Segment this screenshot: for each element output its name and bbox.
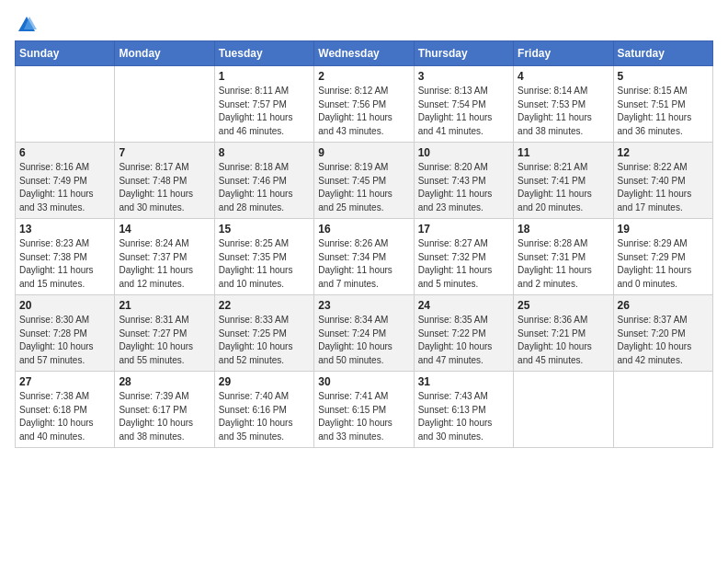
calendar-cell xyxy=(16,66,115,143)
cell-content: Sunrise: 8:11 AM Sunset: 7:57 PM Dayligh… xyxy=(219,85,310,138)
cell-content: Sunrise: 8:16 AM Sunset: 7:49 PM Dayligh… xyxy=(19,161,110,214)
day-number: 5 xyxy=(618,70,709,83)
calendar-cell: 31Sunrise: 7:43 AM Sunset: 6:13 PM Dayli… xyxy=(414,372,513,448)
calendar-cell: 2Sunrise: 8:12 AM Sunset: 7:56 PM Daylig… xyxy=(314,66,414,143)
day-number: 7 xyxy=(119,146,210,159)
weekday-header: Friday xyxy=(514,41,613,66)
calendar-week: 20Sunrise: 8:30 AM Sunset: 7:28 PM Dayli… xyxy=(16,295,713,372)
day-number: 13 xyxy=(19,223,110,236)
calendar-cell: 24Sunrise: 8:35 AM Sunset: 7:22 PM Dayli… xyxy=(414,295,513,372)
calendar-cell: 3Sunrise: 8:13 AM Sunset: 7:54 PM Daylig… xyxy=(414,66,513,143)
day-number: 21 xyxy=(119,299,210,312)
calendar-cell: 23Sunrise: 8:34 AM Sunset: 7:24 PM Dayli… xyxy=(314,295,414,372)
cell-content: Sunrise: 7:41 AM Sunset: 6:15 PM Dayligh… xyxy=(318,390,409,443)
calendar-cell: 19Sunrise: 8:29 AM Sunset: 7:29 PM Dayli… xyxy=(613,219,712,295)
calendar-cell: 17Sunrise: 8:27 AM Sunset: 7:32 PM Dayli… xyxy=(414,219,513,295)
calendar-header: SundayMondayTuesdayWednesdayThursdayFrid… xyxy=(16,41,713,66)
cell-content: Sunrise: 7:40 AM Sunset: 6:16 PM Dayligh… xyxy=(219,390,310,443)
cell-content: Sunrise: 8:35 AM Sunset: 7:22 PM Dayligh… xyxy=(418,314,509,367)
cell-content: Sunrise: 8:20 AM Sunset: 7:43 PM Dayligh… xyxy=(418,161,509,214)
day-number: 11 xyxy=(518,146,609,159)
weekday-header: Sunday xyxy=(16,41,115,66)
cell-content: Sunrise: 8:24 AM Sunset: 7:37 PM Dayligh… xyxy=(119,237,210,291)
day-number: 28 xyxy=(119,375,210,388)
calendar-cell: 16Sunrise: 8:26 AM Sunset: 7:34 PM Dayli… xyxy=(314,219,414,295)
weekday-header: Wednesday xyxy=(314,41,414,66)
calendar-cell: 4Sunrise: 8:14 AM Sunset: 7:53 PM Daylig… xyxy=(514,66,613,143)
cell-content: Sunrise: 7:38 AM Sunset: 6:18 PM Dayligh… xyxy=(19,390,110,443)
calendar-cell: 29Sunrise: 7:40 AM Sunset: 6:16 PM Dayli… xyxy=(214,372,313,448)
day-number: 24 xyxy=(418,299,509,312)
calendar-cell xyxy=(115,66,214,143)
cell-content: Sunrise: 8:15 AM Sunset: 7:51 PM Dayligh… xyxy=(618,85,709,138)
calendar-cell: 6Sunrise: 8:16 AM Sunset: 7:49 PM Daylig… xyxy=(16,143,115,219)
calendar-cell: 9Sunrise: 8:19 AM Sunset: 7:45 PM Daylig… xyxy=(314,143,414,219)
calendar-cell: 30Sunrise: 7:41 AM Sunset: 6:15 PM Dayli… xyxy=(314,372,414,448)
day-number: 2 xyxy=(318,70,409,83)
cell-content: Sunrise: 8:25 AM Sunset: 7:35 PM Dayligh… xyxy=(219,237,310,291)
calendar-cell: 14Sunrise: 8:24 AM Sunset: 7:37 PM Dayli… xyxy=(115,219,214,295)
calendar-week: 27Sunrise: 7:38 AM Sunset: 6:18 PM Dayli… xyxy=(16,372,713,448)
calendar-body: 1Sunrise: 8:11 AM Sunset: 7:57 PM Daylig… xyxy=(16,66,713,448)
calendar-cell: 15Sunrise: 8:25 AM Sunset: 7:35 PM Dayli… xyxy=(214,219,313,295)
day-number: 23 xyxy=(318,299,409,312)
calendar-cell: 27Sunrise: 7:38 AM Sunset: 6:18 PM Dayli… xyxy=(16,372,115,448)
day-number: 4 xyxy=(518,70,609,83)
cell-content: Sunrise: 8:33 AM Sunset: 7:25 PM Dayligh… xyxy=(219,314,310,367)
calendar-cell: 20Sunrise: 8:30 AM Sunset: 7:28 PM Dayli… xyxy=(16,295,115,372)
cell-content: Sunrise: 8:30 AM Sunset: 7:28 PM Dayligh… xyxy=(19,314,110,367)
cell-content: Sunrise: 8:37 AM Sunset: 7:20 PM Dayligh… xyxy=(618,314,709,367)
calendar-cell: 26Sunrise: 8:37 AM Sunset: 7:20 PM Dayli… xyxy=(613,295,712,372)
day-number: 20 xyxy=(19,299,110,312)
day-number: 6 xyxy=(19,146,110,159)
calendar-cell: 13Sunrise: 8:23 AM Sunset: 7:38 PM Dayli… xyxy=(16,219,115,295)
calendar-cell xyxy=(613,372,712,448)
logo xyxy=(15,15,37,31)
day-number: 8 xyxy=(219,146,310,159)
weekday-header: Thursday xyxy=(414,41,513,66)
calendar-cell: 7Sunrise: 8:17 AM Sunset: 7:48 PM Daylig… xyxy=(115,143,214,219)
calendar-week: 6Sunrise: 8:16 AM Sunset: 7:49 PM Daylig… xyxy=(16,143,713,219)
day-number: 9 xyxy=(318,146,409,159)
day-number: 22 xyxy=(219,299,310,312)
cell-content: Sunrise: 8:31 AM Sunset: 7:27 PM Dayligh… xyxy=(119,314,210,367)
header-row: SundayMondayTuesdayWednesdayThursdayFrid… xyxy=(16,41,713,66)
calendar-cell: 25Sunrise: 8:36 AM Sunset: 7:21 PM Dayli… xyxy=(514,295,613,372)
day-number: 31 xyxy=(418,375,509,388)
day-number: 18 xyxy=(518,223,609,236)
cell-content: Sunrise: 8:17 AM Sunset: 7:48 PM Dayligh… xyxy=(119,161,210,214)
cell-content: Sunrise: 8:23 AM Sunset: 7:38 PM Dayligh… xyxy=(19,237,110,291)
day-number: 12 xyxy=(618,146,709,159)
calendar-cell xyxy=(514,372,613,448)
cell-content: Sunrise: 8:22 AM Sunset: 7:40 PM Dayligh… xyxy=(618,161,709,214)
calendar-cell: 28Sunrise: 7:39 AM Sunset: 6:17 PM Dayli… xyxy=(115,372,214,448)
calendar-cell: 21Sunrise: 8:31 AM Sunset: 7:27 PM Dayli… xyxy=(115,295,214,372)
calendar-cell: 10Sunrise: 8:20 AM Sunset: 7:43 PM Dayli… xyxy=(414,143,513,219)
cell-content: Sunrise: 7:39 AM Sunset: 6:17 PM Dayligh… xyxy=(119,390,210,443)
calendar-cell: 5Sunrise: 8:15 AM Sunset: 7:51 PM Daylig… xyxy=(613,66,712,143)
cell-content: Sunrise: 8:21 AM Sunset: 7:41 PM Dayligh… xyxy=(518,161,609,214)
day-number: 30 xyxy=(318,375,409,388)
calendar-week: 13Sunrise: 8:23 AM Sunset: 7:38 PM Dayli… xyxy=(16,219,713,295)
weekday-header: Tuesday xyxy=(214,41,313,66)
day-number: 17 xyxy=(418,223,509,236)
day-number: 10 xyxy=(418,146,509,159)
calendar-cell: 22Sunrise: 8:33 AM Sunset: 7:25 PM Dayli… xyxy=(214,295,313,372)
cell-content: Sunrise: 8:34 AM Sunset: 7:24 PM Dayligh… xyxy=(318,314,409,367)
calendar-table: SundayMondayTuesdayWednesdayThursdayFrid… xyxy=(15,40,713,448)
day-number: 1 xyxy=(219,70,310,83)
cell-content: Sunrise: 8:18 AM Sunset: 7:46 PM Dayligh… xyxy=(219,161,310,214)
day-number: 27 xyxy=(19,375,110,388)
calendar-cell: 8Sunrise: 8:18 AM Sunset: 7:46 PM Daylig… xyxy=(214,143,313,219)
day-number: 29 xyxy=(219,375,310,388)
calendar-cell: 18Sunrise: 8:28 AM Sunset: 7:31 PM Dayli… xyxy=(514,219,613,295)
page-header xyxy=(15,15,713,31)
cell-content: Sunrise: 8:27 AM Sunset: 7:32 PM Dayligh… xyxy=(418,237,509,291)
cell-content: Sunrise: 8:26 AM Sunset: 7:34 PM Dayligh… xyxy=(318,237,409,291)
cell-content: Sunrise: 8:13 AM Sunset: 7:54 PM Dayligh… xyxy=(418,85,509,138)
logo-icon xyxy=(17,15,37,35)
day-number: 3 xyxy=(418,70,509,83)
day-number: 25 xyxy=(518,299,609,312)
cell-content: Sunrise: 8:19 AM Sunset: 7:45 PM Dayligh… xyxy=(318,161,409,214)
weekday-header: Monday xyxy=(115,41,214,66)
